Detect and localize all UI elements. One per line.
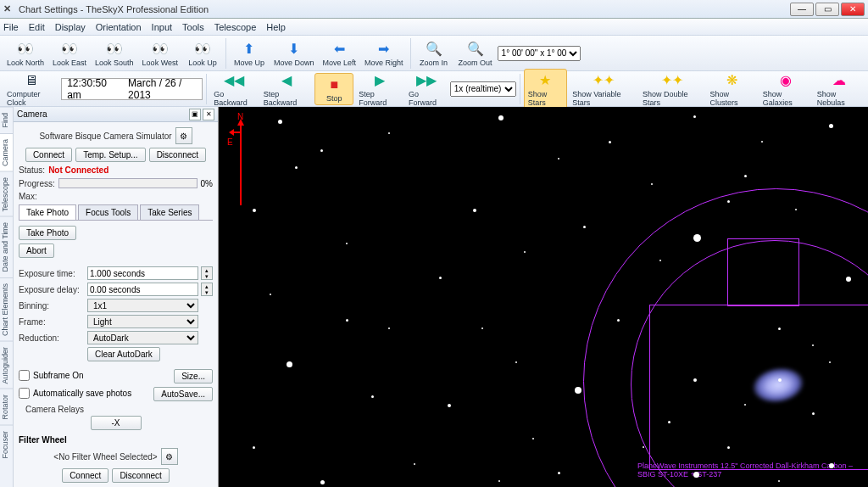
move-right-button[interactable]: ➡Move Right [361,38,407,69]
exp-delay-input[interactable] [87,283,198,296]
binning-select[interactable]: 1x1 [87,299,198,312]
star[interactable] [346,319,348,322]
computer-clock-button[interactable]: 🖥Computer Clock [3,70,59,109]
show-clusters-button[interactable]: ❋Show Clusters [706,70,757,109]
vtab-camera[interactable]: Camera [0,133,13,171]
star[interactable] [515,361,517,363]
star[interactable] [473,209,476,212]
menu-edit[interactable]: Edit [29,22,45,32]
frame-select[interactable]: Light [87,315,198,328]
simulator-settings-button[interactable]: ⚙ [175,127,192,144]
star[interactable] [287,361,292,367]
vtab-chart-elements[interactable]: Chart Elements [0,277,13,341]
star[interactable] [388,327,390,329]
menu-help[interactable]: Help [266,22,286,32]
fw-settings-button[interactable]: ⚙ [161,448,178,465]
show-double-stars-button[interactable]: ✦✦Show Double Stars [639,70,704,109]
go-forward-button[interactable]: ▶▶Go Forward [405,70,448,109]
star[interactable] [778,378,782,382]
star[interactable] [778,327,781,330]
exp-delay-spinner[interactable]: ▴▾ [201,283,213,296]
star[interactable] [693,234,701,242]
menu-telescope[interactable]: Telescope [214,22,257,32]
star[interactable] [253,446,255,449]
star[interactable] [575,387,581,394]
fw-connect-button[interactable]: Connect [62,468,108,483]
vtab-telescope[interactable]: Telescope [0,171,13,217]
tab-take-series[interactable]: Take Series [140,204,199,220]
look-north-button[interactable]: 👀Look North [3,38,47,69]
maximize-button[interactable]: ▭ [815,3,839,16]
star[interactable] [744,175,747,177]
star[interactable] [778,480,780,482]
step-backward-button[interactable]: ◀Step Backward [260,70,314,109]
star[interactable] [498,480,500,482]
close-button[interactable]: ✕ [841,3,865,16]
stop-button[interactable]: ■Stop [314,73,353,105]
star[interactable] [744,404,746,406]
size-button[interactable]: Size... [174,369,213,383]
star[interactable] [278,120,282,124]
panel-pin-button[interactable]: ▣ [189,109,201,120]
star[interactable] [659,260,661,261]
star[interactable] [693,115,696,118]
star[interactable] [812,412,815,415]
star[interactable] [609,141,611,143]
relay-x-button[interactable]: -X [91,416,142,430]
star[interactable] [270,294,271,295]
star[interactable] [846,277,851,282]
vtab-date-time[interactable]: Date and Time [0,216,13,277]
look-south-button[interactable]: 👀Look South [92,38,137,69]
vtab-find[interactable]: Find [0,107,13,133]
star[interactable] [320,149,323,152]
star[interactable] [693,472,699,478]
rate-combo[interactable]: 1x (realtime) [450,81,516,97]
look-east-button[interactable]: 👀Look East [49,38,90,69]
star[interactable] [388,132,390,134]
star[interactable] [727,446,730,449]
star[interactable] [414,463,415,465]
star[interactable] [320,480,325,484]
star[interactable] [727,200,730,203]
star[interactable] [829,124,833,128]
star[interactable] [761,141,763,143]
star[interactable] [253,209,256,212]
star[interactable] [524,251,526,253]
star[interactable] [583,226,586,228]
move-up-button[interactable]: ⬆Move Up [230,38,269,69]
autosave-button[interactable]: AutoSave... [153,387,213,401]
star[interactable] [371,395,374,398]
menu-display[interactable]: Display [55,22,86,32]
move-down-button[interactable]: ⬇Move Down [270,38,318,69]
star[interactable] [295,166,298,169]
star[interactable] [651,183,653,185]
star[interactable] [795,209,797,210]
star[interactable] [829,463,834,468]
menu-tools[interactable]: Tools [182,22,204,32]
exp-time-input[interactable] [87,266,198,280]
go-backward-button[interactable]: ◀◀Go Backward [210,70,259,109]
step-forward-button[interactable]: ▶Step Forward [355,70,403,109]
move-left-button[interactable]: ⬅Move Left [320,38,360,69]
look-up-button[interactable]: 👀Look Up [183,38,222,69]
camera-disconnect-button[interactable]: Disconnect [149,148,206,162]
star[interactable] [643,446,644,448]
star[interactable] [558,158,559,160]
camera-connect-button[interactable]: Connect [25,148,72,162]
clear-autodark-button[interactable]: Clear AutoDark [87,347,160,361]
star[interactable] [829,361,831,363]
star[interactable] [693,378,697,382]
star[interactable] [812,344,814,346]
minimize-button[interactable]: — [790,3,814,16]
look-west-button[interactable]: 👀Look West [139,38,181,69]
vtab-focuser[interactable]: Focuser [0,425,13,464]
fw-disconnect-button[interactable]: Disconnect [112,468,169,483]
show-nebulas-button[interactable]: ☁Show Nebulas [814,70,865,109]
autosave-checkbox[interactable]: Automatically save photos [19,388,131,399]
vtab-autoguider[interactable]: Autoguider [0,341,13,389]
show-galaxies-button[interactable]: ◉Show Galaxies [760,70,812,109]
star[interactable] [346,243,348,244]
take-photo-button[interactable]: Take Photo [19,226,76,240]
menu-file[interactable]: File [3,22,19,32]
clock-display[interactable]: 12:30:50 am March / 26 / 2013 [61,78,203,100]
